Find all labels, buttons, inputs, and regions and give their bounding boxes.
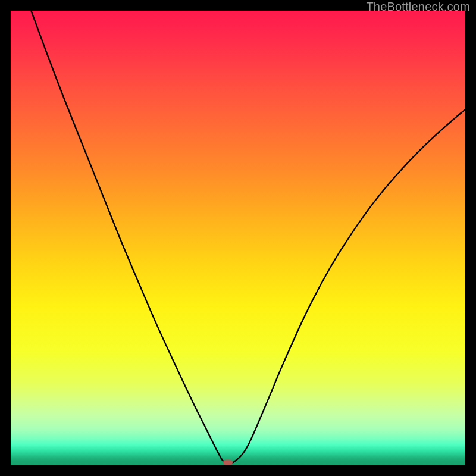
- optimum-dot: [223, 460, 233, 465]
- bottleneck-curve: [11, 11, 465, 465]
- plot-area: [11, 11, 465, 465]
- chart-frame: TheBottleneck.com: [0, 0, 476, 476]
- curve-path: [31, 11, 465, 464]
